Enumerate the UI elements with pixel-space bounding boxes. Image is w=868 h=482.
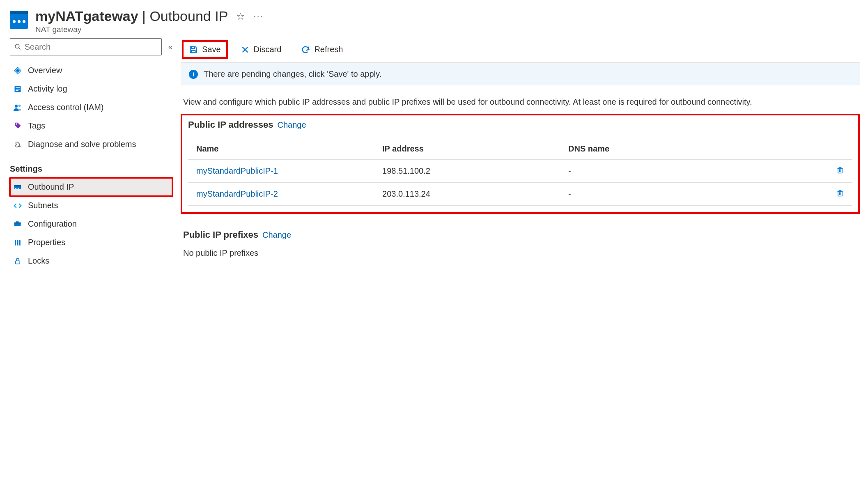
public-ip-change-link[interactable]: Change: [277, 120, 306, 130]
public-ip-section: Public IP addresses Change Name IP addre…: [182, 115, 858, 212]
ip-address-cell: 198.51.100.2: [374, 160, 560, 183]
search-icon: [14, 43, 21, 50]
command-bar: Save Discard Refresh: [181, 38, 860, 62]
ip-address-cell: 203.0.113.24: [374, 183, 560, 206]
discard-icon: [241, 45, 250, 54]
lock-icon: [13, 257, 22, 266]
sidebar-item-configuration[interactable]: Configuration: [10, 215, 172, 233]
activity-log-icon: [13, 85, 22, 94]
prefix-empty-text: No public IP prefixes: [183, 248, 857, 258]
sidebar-item-iam[interactable]: Access control (IAM): [10, 98, 172, 117]
outbound-ip-icon: [13, 183, 22, 192]
refresh-icon: [301, 45, 310, 54]
col-dns: DNS name: [560, 138, 828, 160]
discard-label: Discard: [254, 45, 282, 54]
sidebar-item-label: Activity log: [28, 84, 67, 94]
sidebar-item-label: Outbound IP: [28, 182, 74, 192]
refresh-button[interactable]: Refresh: [295, 41, 349, 57]
ip-dns-cell: -: [560, 160, 828, 183]
public-ip-prefixes-section: Public IP prefixes Change No public IP p…: [181, 230, 860, 258]
sidebar-item-subnets[interactable]: Subnets: [10, 196, 172, 215]
sidebar-item-properties[interactable]: Properties: [10, 233, 172, 252]
svg-point-9: [18, 104, 21, 106]
svg-point-15: [18, 188, 19, 189]
ip-name-link[interactable]: myStandardPublicIP-2: [188, 183, 374, 206]
page-header: myNATgateway | Outbound IP ☆ ··· NAT gat…: [0, 0, 868, 38]
save-label: Save: [202, 45, 221, 54]
svg-rect-30: [838, 191, 842, 196]
sidebar-item-label: Access control (IAM): [28, 103, 103, 112]
page-title: myNATgateway | Outbound IP: [35, 8, 228, 24]
sidebar-item-label: Locks: [28, 256, 49, 266]
svg-rect-19: [17, 240, 18, 246]
svg-line-1: [18, 48, 20, 49]
properties-icon: [13, 238, 22, 247]
svg-rect-18: [15, 240, 16, 246]
overview-icon: [13, 66, 22, 75]
refresh-label: Refresh: [314, 45, 343, 54]
ip-dns-cell: -: [560, 183, 828, 206]
discard-button[interactable]: Discard: [235, 41, 287, 57]
sidebar: « Overview Activity log Access control (…: [0, 38, 181, 482]
svg-point-0: [15, 44, 19, 48]
svg-rect-23: [191, 50, 195, 53]
sidebar-item-tags[interactable]: Tags: [10, 117, 172, 135]
sidebar-search[interactable]: [10, 38, 162, 55]
svg-rect-26: [838, 168, 842, 173]
public-ip-title: Public IP addresses: [188, 119, 273, 130]
svg-point-14: [16, 188, 17, 189]
svg-rect-20: [19, 240, 21, 246]
svg-rect-22: [191, 46, 194, 48]
sidebar-item-label: Configuration: [28, 219, 77, 229]
svg-rect-12: [14, 185, 21, 186]
sidebar-item-label: Properties: [28, 238, 65, 247]
svg-rect-5: [16, 87, 20, 88]
sidebar-item-locks[interactable]: Locks: [10, 252, 172, 270]
description-text: View and configure which public IP addre…: [181, 85, 860, 115]
sidebar-item-outbound-ip[interactable]: Outbound IP: [10, 178, 172, 196]
sidebar-item-overview[interactable]: Overview: [10, 61, 172, 80]
tag-icon: [13, 122, 22, 131]
prefix-title: Public IP prefixes: [183, 230, 258, 240]
sidebar-item-activity-log[interactable]: Activity log: [10, 80, 172, 98]
public-ip-table: Name IP address DNS name myStandardPubli…: [188, 138, 852, 206]
svg-rect-17: [16, 221, 19, 223]
delete-row-icon[interactable]: [836, 167, 844, 176]
favorite-star-icon[interactable]: ☆: [236, 11, 245, 22]
sidebar-section-settings: Settings: [10, 164, 172, 174]
main-content: Save Discard Refresh i There are pending…: [181, 38, 868, 482]
prefix-change-link[interactable]: Change: [262, 230, 291, 240]
iam-icon: [13, 103, 22, 112]
save-button[interactable]: Save: [183, 41, 227, 57]
col-name: Name: [188, 138, 374, 160]
ip-name-link[interactable]: myStandardPublicIP-1: [188, 160, 374, 183]
resource-type-label: NAT gateway: [35, 25, 264, 34]
svg-rect-21: [16, 261, 20, 264]
info-icon: i: [189, 70, 198, 79]
svg-point-13: [15, 188, 16, 189]
search-input[interactable]: [25, 42, 157, 52]
title-separator: |: [138, 8, 150, 24]
subnets-icon: [13, 201, 22, 210]
svg-point-10: [16, 123, 17, 124]
info-bar: i There are pending changes, click 'Save…: [181, 62, 860, 85]
sidebar-item-label: Tags: [28, 121, 45, 131]
page-title-name: myNATgateway: [35, 8, 138, 24]
svg-rect-6: [16, 89, 20, 90]
sidebar-item-label: Subnets: [28, 201, 58, 210]
sidebar-item-label: Diagnose and solve problems: [28, 140, 136, 149]
info-bar-text: There are pending changes, click 'Save' …: [204, 69, 381, 79]
collapse-sidebar-icon[interactable]: «: [168, 43, 172, 51]
svg-rect-16: [14, 222, 21, 223]
delete-row-icon[interactable]: [836, 190, 844, 199]
configuration-icon: [13, 220, 22, 229]
table-row: myStandardPublicIP-1 198.51.100.2 -: [188, 160, 852, 183]
sidebar-item-diagnose[interactable]: Diagnose and solve problems: [10, 135, 172, 154]
diagnose-icon: [13, 140, 22, 149]
nat-gateway-icon: [10, 11, 28, 29]
table-row: myStandardPublicIP-2 203.0.113.24 -: [188, 183, 852, 206]
svg-point-8: [15, 104, 18, 107]
more-actions-icon[interactable]: ···: [253, 11, 263, 22]
svg-rect-7: [16, 90, 18, 91]
col-ip: IP address: [374, 138, 560, 160]
